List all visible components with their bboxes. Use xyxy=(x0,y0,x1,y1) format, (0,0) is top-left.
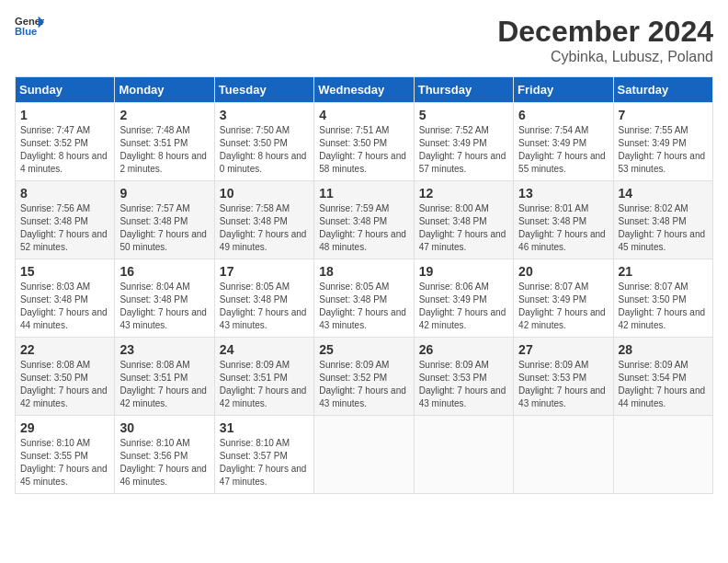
calendar-table: SundayMondayTuesdayWednesdayThursdayFrid… xyxy=(15,76,713,494)
day-info: Sunrise: 8:01 AMSunset: 3:48 PMDaylight:… xyxy=(518,202,608,254)
page-header: General Blue December 2024 Cybinka, Lubu… xyxy=(15,15,713,65)
calendar-cell: 15Sunrise: 8:03 AMSunset: 3:48 PMDayligh… xyxy=(16,259,115,338)
day-number: 14 xyxy=(619,186,708,201)
calendar-cell: 12Sunrise: 8:00 AMSunset: 3:48 PMDayligh… xyxy=(414,181,513,259)
day-info: Sunrise: 8:02 AMSunset: 3:48 PMDaylight:… xyxy=(619,202,708,254)
calendar-body: 1Sunrise: 7:47 AMSunset: 3:52 PMDaylight… xyxy=(16,103,713,494)
calendar-cell: 11Sunrise: 7:59 AMSunset: 3:48 PMDayligh… xyxy=(314,181,414,259)
calendar-week-row: 15Sunrise: 8:03 AMSunset: 3:48 PMDayligh… xyxy=(16,259,713,338)
svg-text:Blue: Blue xyxy=(15,26,37,37)
day-info: Sunrise: 8:06 AMSunset: 3:49 PMDaylight:… xyxy=(419,281,508,332)
calendar-cell: 19Sunrise: 8:06 AMSunset: 3:49 PMDayligh… xyxy=(414,259,513,338)
day-of-week-header: Wednesday xyxy=(314,77,414,103)
calendar-week-row: 22Sunrise: 8:08 AMSunset: 3:50 PMDayligh… xyxy=(16,338,713,416)
day-number: 26 xyxy=(419,342,508,357)
day-info: Sunrise: 8:08 AMSunset: 3:50 PMDaylight:… xyxy=(20,359,109,410)
calendar-cell: 13Sunrise: 8:01 AMSunset: 3:48 PMDayligh… xyxy=(514,181,613,259)
day-number: 30 xyxy=(119,420,209,435)
day-number: 16 xyxy=(119,264,209,279)
day-number: 19 xyxy=(419,264,508,279)
day-info: Sunrise: 7:55 AMSunset: 3:49 PMDaylight:… xyxy=(619,124,708,176)
day-number: 4 xyxy=(319,108,408,122)
day-info: Sunrise: 7:50 AMSunset: 3:50 PMDaylight:… xyxy=(220,124,309,176)
day-info: Sunrise: 7:58 AMSunset: 3:48 PMDaylight:… xyxy=(220,202,309,254)
day-number: 12 xyxy=(419,186,508,201)
day-number: 28 xyxy=(619,342,708,357)
day-number: 11 xyxy=(319,186,408,201)
day-of-week-header: Thursday xyxy=(414,77,513,103)
calendar-cell: 17Sunrise: 8:05 AMSunset: 3:48 PMDayligh… xyxy=(214,259,313,338)
day-info: Sunrise: 8:03 AMSunset: 3:48 PMDaylight:… xyxy=(20,281,109,332)
calendar-cell xyxy=(514,416,613,494)
day-info: Sunrise: 7:56 AMSunset: 3:48 PMDaylight:… xyxy=(20,202,109,254)
calendar-cell: 8Sunrise: 7:56 AMSunset: 3:48 PMDaylight… xyxy=(16,181,115,259)
day-number: 24 xyxy=(220,342,309,357)
day-number: 3 xyxy=(220,108,309,122)
day-info: Sunrise: 8:04 AMSunset: 3:48 PMDaylight:… xyxy=(119,281,209,332)
day-number: 8 xyxy=(20,186,109,201)
day-info: Sunrise: 7:54 AMSunset: 3:49 PMDaylight:… xyxy=(518,124,608,176)
day-number: 1 xyxy=(20,108,109,122)
day-number: 23 xyxy=(119,342,209,357)
day-number: 15 xyxy=(20,264,109,279)
calendar-cell: 23Sunrise: 8:08 AMSunset: 3:51 PMDayligh… xyxy=(115,338,214,416)
day-number: 25 xyxy=(319,342,408,357)
calendar-header-row: SundayMondayTuesdayWednesdayThursdayFrid… xyxy=(16,77,713,103)
calendar-cell xyxy=(414,416,513,494)
day-info: Sunrise: 7:59 AMSunset: 3:48 PMDaylight:… xyxy=(319,202,408,254)
day-number: 7 xyxy=(619,108,708,122)
day-number: 31 xyxy=(220,420,309,435)
day-info: Sunrise: 8:05 AMSunset: 3:48 PMDaylight:… xyxy=(220,281,309,332)
day-number: 10 xyxy=(220,186,309,201)
calendar-cell: 4Sunrise: 7:51 AMSunset: 3:50 PMDaylight… xyxy=(314,103,414,181)
day-number: 18 xyxy=(319,264,408,279)
calendar-cell: 16Sunrise: 8:04 AMSunset: 3:48 PMDayligh… xyxy=(115,259,214,338)
calendar-cell: 9Sunrise: 7:57 AMSunset: 3:48 PMDaylight… xyxy=(115,181,214,259)
calendar-cell: 7Sunrise: 7:55 AMSunset: 3:49 PMDaylight… xyxy=(613,103,712,181)
calendar-cell: 21Sunrise: 8:07 AMSunset: 3:50 PMDayligh… xyxy=(613,259,712,338)
day-number: 13 xyxy=(518,186,608,201)
day-info: Sunrise: 8:09 AMSunset: 3:51 PMDaylight:… xyxy=(220,359,309,410)
calendar-cell: 5Sunrise: 7:52 AMSunset: 3:49 PMDaylight… xyxy=(414,103,513,181)
calendar-cell: 14Sunrise: 8:02 AMSunset: 3:48 PMDayligh… xyxy=(613,181,712,259)
day-info: Sunrise: 8:09 AMSunset: 3:52 PMDaylight:… xyxy=(319,359,408,410)
calendar-cell: 2Sunrise: 7:48 AMSunset: 3:51 PMDaylight… xyxy=(115,103,214,181)
day-info: Sunrise: 8:10 AMSunset: 3:57 PMDaylight:… xyxy=(220,437,309,488)
calendar-cell: 10Sunrise: 7:58 AMSunset: 3:48 PMDayligh… xyxy=(214,181,313,259)
calendar-cell: 26Sunrise: 8:09 AMSunset: 3:53 PMDayligh… xyxy=(414,338,513,416)
calendar-cell xyxy=(314,416,414,494)
day-number: 2 xyxy=(119,108,209,122)
calendar-cell: 25Sunrise: 8:09 AMSunset: 3:52 PMDayligh… xyxy=(314,338,414,416)
day-info: Sunrise: 8:09 AMSunset: 3:53 PMDaylight:… xyxy=(518,359,608,410)
month-title: December 2024 xyxy=(497,15,713,49)
calendar-cell xyxy=(613,416,712,494)
day-info: Sunrise: 8:08 AMSunset: 3:51 PMDaylight:… xyxy=(119,359,209,410)
calendar-week-row: 1Sunrise: 7:47 AMSunset: 3:52 PMDaylight… xyxy=(16,103,713,181)
calendar-cell: 1Sunrise: 7:47 AMSunset: 3:52 PMDaylight… xyxy=(16,103,115,181)
day-of-week-header: Saturday xyxy=(613,77,712,103)
day-of-week-header: Monday xyxy=(115,77,214,103)
logo-icon: General Blue xyxy=(15,15,44,37)
logo: General Blue xyxy=(15,15,44,37)
day-info: Sunrise: 7:57 AMSunset: 3:48 PMDaylight:… xyxy=(119,202,209,254)
calendar-cell: 24Sunrise: 8:09 AMSunset: 3:51 PMDayligh… xyxy=(214,338,313,416)
calendar-cell: 22Sunrise: 8:08 AMSunset: 3:50 PMDayligh… xyxy=(16,338,115,416)
calendar-cell: 31Sunrise: 8:10 AMSunset: 3:57 PMDayligh… xyxy=(214,416,313,494)
day-number: 6 xyxy=(518,108,608,122)
day-number: 29 xyxy=(20,420,109,435)
day-info: Sunrise: 8:07 AMSunset: 3:49 PMDaylight:… xyxy=(518,281,608,332)
day-number: 20 xyxy=(518,264,608,279)
calendar-cell: 18Sunrise: 8:05 AMSunset: 3:48 PMDayligh… xyxy=(314,259,414,338)
day-of-week-header: Tuesday xyxy=(214,77,313,103)
day-info: Sunrise: 8:00 AMSunset: 3:48 PMDaylight:… xyxy=(419,202,508,254)
calendar-cell: 3Sunrise: 7:50 AMSunset: 3:50 PMDaylight… xyxy=(214,103,313,181)
calendar-cell: 6Sunrise: 7:54 AMSunset: 3:49 PMDaylight… xyxy=(514,103,613,181)
calendar-cell: 30Sunrise: 8:10 AMSunset: 3:56 PMDayligh… xyxy=(115,416,214,494)
calendar-cell: 28Sunrise: 8:09 AMSunset: 3:54 PMDayligh… xyxy=(613,338,712,416)
day-number: 21 xyxy=(619,264,708,279)
calendar-cell: 27Sunrise: 8:09 AMSunset: 3:53 PMDayligh… xyxy=(514,338,613,416)
day-info: Sunrise: 7:52 AMSunset: 3:49 PMDaylight:… xyxy=(419,124,508,176)
title-block: December 2024 Cybinka, Lubusz, Poland xyxy=(497,15,713,65)
day-number: 22 xyxy=(20,342,109,357)
day-info: Sunrise: 8:09 AMSunset: 3:54 PMDaylight:… xyxy=(619,359,708,410)
